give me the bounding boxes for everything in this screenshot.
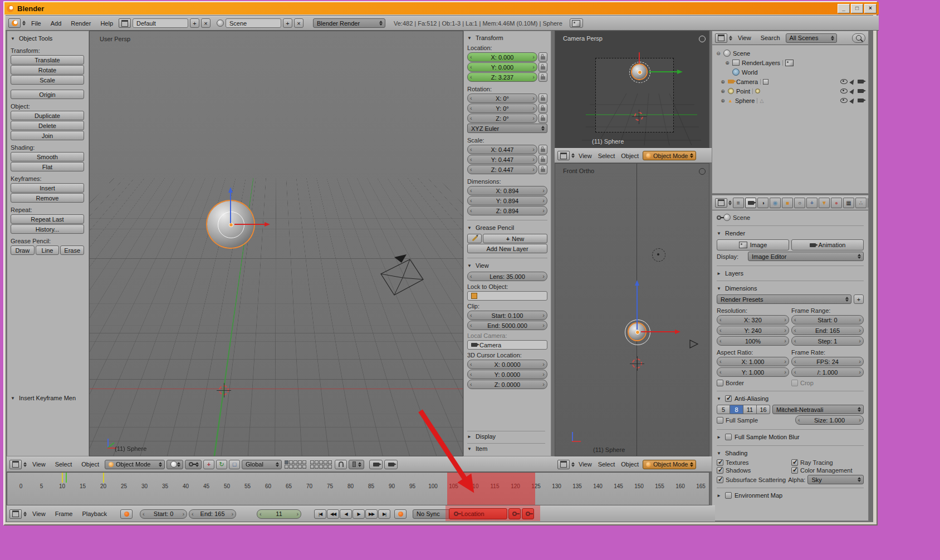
menu-object[interactable]: Object: [619, 461, 641, 468]
orientation-dropdown[interactable]: Global: [242, 460, 282, 469]
scene-field[interactable]: Scene: [226, 18, 281, 28]
menu-view[interactable]: View: [734, 35, 755, 41]
renderable-camera-icon[interactable]: [858, 99, 864, 102]
mode-dropdown[interactable]: Object Mode: [105, 460, 165, 469]
gp-new-button[interactable]: +New: [483, 234, 547, 243]
delete-button[interactable]: Delete: [11, 121, 84, 130]
dimensions-y-field[interactable]: Y: 0.894: [467, 196, 547, 205]
timeline-ruler[interactable]: 0510152025303540455055606570758085909510…: [7, 472, 709, 505]
scale-y-field[interactable]: Y: 0.447: [467, 155, 537, 164]
tab-physics[interactable]: ↻: [868, 198, 868, 208]
outliner-row-point[interactable]: ⊕ Point: [716, 86, 867, 96]
tab-modifiers[interactable]: +: [806, 198, 817, 208]
maximize-button[interactable]: □: [851, 4, 863, 13]
viewport-front[interactable]: Front Ortho (11) Sphere: [555, 163, 709, 456]
display-dropdown[interactable]: Image Editor: [748, 252, 864, 261]
cursor-z-field[interactable]: Z: 0.0000: [467, 380, 547, 389]
manipulator-translate-toggle[interactable]: +: [203, 460, 214, 469]
join-button[interactable]: Join: [11, 131, 84, 140]
manipulator-z-arrow[interactable]: [637, 285, 638, 330]
viewport-3d[interactable]: User Persp (11) Sphere: [89, 31, 463, 456]
minimize-button[interactable]: _: [838, 4, 850, 13]
menu-select[interactable]: Select: [596, 461, 618, 468]
lock-rotation-y-button[interactable]: [538, 104, 547, 113]
lens-field[interactable]: Lens: 35.000: [467, 272, 547, 281]
editor-type-button[interactable]: [8, 18, 21, 28]
textures-checkbox[interactable]: [717, 459, 723, 466]
viewport-menu-dot[interactable]: [699, 168, 706, 175]
visibility-eye-icon[interactable]: [840, 89, 848, 94]
lock-scale-z-button[interactable]: [538, 165, 547, 174]
menu-view[interactable]: View: [28, 510, 50, 517]
manipulator-scale-toggle[interactable]: □: [229, 460, 240, 469]
full-sample-checkbox[interactable]: [717, 417, 723, 424]
mode-dropdown[interactable]: Object Mode: [643, 460, 696, 469]
shadows-checkbox[interactable]: [717, 467, 723, 474]
renderable-camera-icon[interactable]: [858, 89, 864, 93]
tab-scene[interactable]: ◑: [757, 198, 768, 208]
gp-line-button[interactable]: Line: [36, 245, 60, 255]
collapse-toggle[interactable]: ⊖: [716, 51, 721, 56]
menu-select[interactable]: Select: [51, 461, 76, 468]
crop-checkbox[interactable]: [791, 380, 798, 386]
tab-render-context[interactable]: ≡: [733, 198, 744, 208]
transform-panel-header[interactable]: Transform: [467, 33, 547, 43]
selectable-cursor-icon[interactable]: [849, 88, 856, 95]
aa-samples-16[interactable]: 16: [757, 405, 770, 414]
item-panel-header[interactable]: Item: [467, 443, 545, 454]
menu-frame[interactable]: Frame: [51, 510, 77, 517]
lock-scale-y-button[interactable]: [538, 155, 547, 164]
editor-type-button[interactable]: [557, 460, 570, 469]
menu-file[interactable]: File: [27, 20, 45, 27]
collapse-toggle[interactable]: ⊕: [724, 60, 730, 66]
menu-view[interactable]: View: [28, 461, 50, 468]
origin-button[interactable]: Origin: [11, 90, 84, 99]
playback-button[interactable]: ◀◀: [327, 509, 339, 519]
envmap-panel-header[interactable]: Environment Map: [717, 488, 864, 500]
layers-panel-header[interactable]: Layers: [717, 266, 864, 278]
lock-to-object-field[interactable]: [467, 291, 547, 301]
frame-step-field[interactable]: Step: 1: [791, 336, 864, 346]
selectable-cursor-icon[interactable]: [849, 78, 856, 85]
repeat-last-button[interactable]: Repeat Last: [11, 214, 84, 224]
editor-type-button[interactable]: [715, 33, 727, 43]
tab-render[interactable]: [745, 198, 756, 208]
editor-type-button[interactable]: [557, 151, 570, 160]
screen-layout-field[interactable]: Default: [133, 18, 188, 28]
shading-dropdown[interactable]: [167, 460, 183, 469]
camera-object[interactable]: [376, 253, 428, 299]
titlebar[interactable]: Blender _ □ ×: [4, 2, 879, 14]
editor-selector-arrows[interactable]: [23, 462, 27, 467]
editor-type-button[interactable]: [9, 509, 22, 519]
cursor-y-field[interactable]: Y: 0.0000: [467, 370, 547, 379]
lock-location-x-button[interactable]: [538, 52, 547, 62]
manipulator-rotate-toggle[interactable]: ↻: [216, 460, 227, 469]
antialiasing-panel-header[interactable]: Anti-Aliasing: [717, 391, 864, 404]
close-layout-button[interactable]: ×: [201, 18, 210, 28]
tab-object[interactable]: ■: [782, 198, 793, 208]
menu-object[interactable]: Object: [77, 461, 103, 468]
outliner-row-world[interactable]: World: [716, 67, 867, 77]
editor-selector-arrows[interactable]: [571, 153, 575, 158]
render-engine-dropdown[interactable]: Blender Render: [313, 18, 385, 28]
selectable-cursor-icon[interactable]: [849, 97, 856, 104]
aa-samples-5[interactable]: 5: [717, 405, 730, 414]
duplicate-button[interactable]: Duplicate: [11, 111, 84, 120]
menu-view[interactable]: View: [576, 153, 594, 159]
flat-button[interactable]: Flat: [11, 162, 84, 171]
clip-start-field[interactable]: Start: 0.100: [467, 311, 547, 320]
manipulator-z-arrow[interactable]: [230, 192, 231, 223]
outliner-row-sphere[interactable]: ⊕ ▲ Sphere △: [716, 96, 867, 105]
insert-keyframe-button[interactable]: Insert: [11, 183, 84, 193]
dimensions-panel-header[interactable]: Dimensions: [717, 281, 864, 293]
cursor-3d[interactable]: [632, 358, 642, 369]
view-panel-header[interactable]: View: [467, 258, 547, 271]
insert-keyframe-button[interactable]: [508, 508, 521, 519]
outliner-row-renderlayers[interactable]: ⊕ RenderLayers: [716, 58, 867, 67]
close-button[interactable]: ×: [864, 4, 877, 13]
frame-start-field[interactable]: Start: 0: [140, 509, 187, 519]
visibility-eye-icon[interactable]: [840, 79, 848, 84]
add-scene-button[interactable]: +: [283, 18, 292, 28]
manipulator-y-arrow[interactable]: [649, 71, 678, 72]
envmap-checkbox[interactable]: [725, 492, 732, 499]
